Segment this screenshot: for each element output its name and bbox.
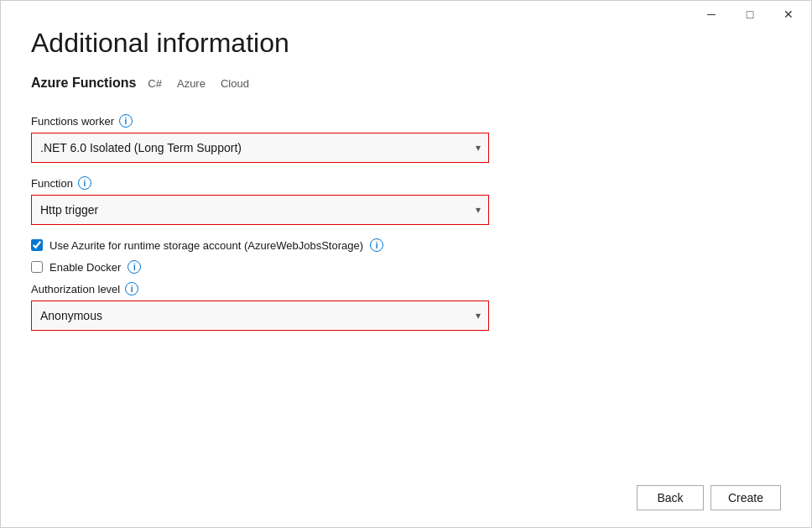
function-info-icon[interactable]: i: [78, 176, 91, 190]
authorization-level-select-wrapper: Anonymous Function Admin ▾: [31, 301, 489, 331]
authorization-level-select[interactable]: Anonymous Function Admin: [31, 301, 489, 331]
back-button[interactable]: Back: [637, 485, 704, 510]
function-select-wrapper: Http trigger Timer trigger Blob trigger …: [31, 195, 489, 225]
tag-csharp: C#: [144, 77, 165, 90]
page-title: Additional information: [31, 28, 781, 59]
maximize-button[interactable]: □: [731, 1, 769, 28]
authorization-level-label: Authorization level i: [31, 282, 781, 295]
create-button[interactable]: Create: [710, 485, 781, 510]
main-content: Additional information Azure Functions C…: [1, 1, 811, 364]
use-azurite-info-icon[interactable]: i: [370, 238, 383, 252]
functions-worker-info-icon[interactable]: i: [119, 114, 133, 128]
authorization-level-group: Authorization level i Anonymous Function…: [31, 282, 781, 331]
function-select[interactable]: Http trigger Timer trigger Blob trigger: [31, 195, 489, 225]
subtitle-row: Azure Functions C# Azure Cloud: [31, 76, 781, 91]
functions-worker-select[interactable]: .NET 6.0 Isolated (Long Term Support) .N…: [31, 133, 489, 163]
authorization-level-info-icon[interactable]: i: [125, 282, 138, 295]
tag-azure: Azure: [174, 77, 209, 90]
tag-cloud: Cloud: [217, 77, 252, 90]
enable-docker-info-icon[interactable]: i: [128, 260, 141, 274]
enable-docker-label: Enable Docker: [49, 261, 121, 274]
use-azurite-checkbox[interactable]: [31, 239, 43, 251]
close-button[interactable]: ✕: [769, 1, 808, 28]
minimize-button[interactable]: ─: [692, 1, 731, 28]
footer-buttons: Back Create: [637, 485, 781, 510]
functions-worker-group: Functions worker i .NET 6.0 Isolated (Lo…: [31, 114, 781, 163]
dialog-window: ─ □ ✕ Additional information Azure Funct…: [0, 0, 812, 528]
functions-worker-select-wrapper: .NET 6.0 Isolated (Long Term Support) .N…: [31, 133, 489, 163]
function-label: Function i: [31, 176, 781, 190]
subtitle-main: Azure Functions: [31, 76, 136, 91]
functions-worker-label: Functions worker i: [31, 114, 781, 128]
title-bar: ─ □ ✕: [692, 1, 811, 28]
use-azurite-row: Use Azurite for runtime storage account …: [31, 238, 781, 252]
enable-docker-checkbox[interactable]: [31, 261, 43, 273]
enable-docker-row: Enable Docker i: [31, 260, 781, 274]
use-azurite-label: Use Azurite for runtime storage account …: [49, 239, 363, 252]
function-group: Function i Http trigger Timer trigger Bl…: [31, 176, 781, 225]
